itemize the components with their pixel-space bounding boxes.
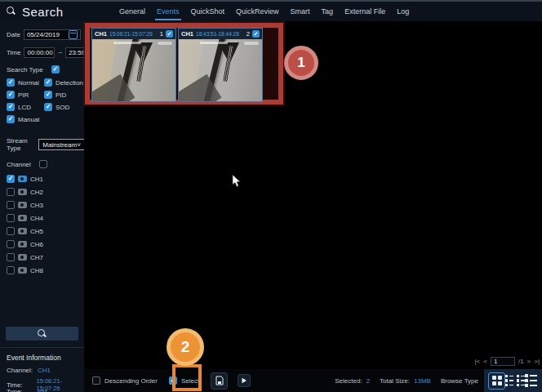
thumb-list-icon: [505, 375, 525, 387]
label-detection: Detection: [56, 79, 83, 87]
search-icon: [7, 7, 17, 17]
annotation-step-2-badge: 2: [167, 328, 204, 366]
checkbox-sod[interactable]: [44, 103, 52, 111]
thumbnail-checkbox[interactable]: [166, 30, 173, 38]
detail-list-view-button[interactable]: [524, 374, 538, 388]
result-thumbnail-2[interactable]: CH1 18:43:51-18:44:28 2: [178, 28, 263, 102]
divider: [0, 347, 84, 348]
page-number-input[interactable]: 1: [491, 357, 515, 366]
checkbox-pid[interactable]: [44, 91, 52, 99]
thumbnail-time: 18:43:51-18:44:28: [196, 31, 244, 37]
footer-bar: Descending Order Select Selected: 2: [84, 369, 542, 392]
label-sod: SOD: [56, 104, 69, 111]
video-preview[interactable]: [179, 39, 262, 101]
last-page-button[interactable]: >|: [534, 358, 540, 365]
camera-icon: [18, 241, 27, 247]
label-ch1: CH1: [30, 176, 43, 183]
label-ch6: CH6: [30, 241, 43, 248]
page-total-label: /1: [518, 358, 524, 365]
date-input[interactable]: 05/24/2019: [24, 29, 81, 40]
time-from-input[interactable]: 00:00:00: [24, 47, 55, 58]
event-type-value: PM: [38, 388, 47, 392]
backup-copy-button[interactable]: [211, 372, 228, 390]
total-size-value: 13MB: [414, 377, 431, 385]
search-type-all-checkbox[interactable]: [51, 65, 60, 74]
page-title: Search: [22, 5, 64, 19]
play-button[interactable]: [238, 374, 251, 387]
checkbox-pir[interactable]: [7, 91, 15, 99]
annotation-orange-box: [172, 364, 202, 391]
tab-events[interactable]: Events: [157, 4, 180, 19]
thumbnail-checkbox[interactable]: [252, 30, 260, 38]
tab-general[interactable]: General: [119, 4, 145, 19]
camera-icon: [18, 215, 27, 221]
checkbox-ch2[interactable]: [7, 188, 15, 196]
next-page-button[interactable]: >: [527, 358, 531, 365]
search-button[interactable]: [6, 327, 78, 341]
tab-tag[interactable]: Tag: [322, 4, 334, 19]
prev-page-button[interactable]: <: [483, 358, 487, 365]
video-logo: [158, 42, 172, 45]
label-lcd: LCD: [18, 104, 31, 111]
thumbnail-index: 2: [247, 30, 250, 38]
camera-icon: [18, 267, 27, 274]
top-bar: Search General Events QuickShot QuickRev…: [0, 0, 542, 21]
grid-view-icon: [492, 376, 502, 385]
copy-file-icon: [215, 376, 224, 385]
event-channel-label: Channel:: [7, 367, 38, 374]
thumbnail-time: 15:06:21-15:07:26: [109, 31, 158, 37]
thumbnail-index: 1: [160, 30, 163, 38]
grid-view-button[interactable]: [488, 372, 505, 390]
tab-quickshot[interactable]: QuickShot: [191, 4, 225, 19]
tab-external-file[interactable]: External File: [344, 4, 385, 19]
camera-icon: [18, 254, 27, 261]
checkbox-detection[interactable]: [44, 78, 52, 87]
stream-type-select[interactable]: Mainstream ˅: [38, 139, 84, 150]
stream-type-label: Stream Type: [7, 137, 32, 152]
channel-all-checkbox[interactable]: [39, 160, 47, 168]
channel-label: Channel: [7, 161, 31, 168]
label-ch8: CH8: [30, 267, 43, 274]
total-size-label: Total Size:: [380, 377, 410, 385]
first-page-button[interactable]: |<: [474, 358, 480, 365]
checkbox-ch5[interactable]: [7, 227, 15, 235]
camera-icon: [18, 202, 27, 208]
selected-label: Selected:: [335, 377, 362, 385]
thumb-list-view-button[interactable]: [508, 374, 522, 388]
checkbox-ch3[interactable]: [7, 201, 15, 209]
result-thumbnail-1[interactable]: CH1 15:06:21-15:07:26 1: [91, 28, 176, 102]
label-pir: PIR: [18, 91, 29, 99]
search-sidebar: Date 05/24/2019 Time 00:00:00 ~ 23:59:59…: [0, 21, 84, 392]
camera-icon: [18, 228, 27, 234]
date-value: 05/24/2019: [27, 31, 60, 38]
calendar-icon[interactable]: [69, 30, 78, 39]
checkbox-lcd[interactable]: [7, 103, 15, 111]
checkbox-ch1[interactable]: [7, 175, 15, 183]
event-info-title: Event Information: [7, 354, 61, 362]
search-type-label: Search Type: [7, 66, 43, 74]
stream-type-value: Mainstream: [42, 141, 77, 149]
checkbox-ch7[interactable]: [7, 253, 15, 261]
checkbox-ch6[interactable]: [7, 240, 15, 248]
descending-order-checkbox[interactable]: [92, 376, 100, 385]
tab-log[interactable]: Log: [397, 4, 409, 19]
annotation-step-1-badge: 1: [284, 46, 318, 80]
selected-value: 2: [367, 377, 370, 385]
tab-bar: General Events QuickShot QuickReview Sma…: [82, 4, 409, 19]
checkbox-manual[interactable]: [7, 115, 15, 123]
video-logo: [244, 42, 259, 45]
time-separator: ~: [58, 49, 62, 56]
detail-list-icon: [525, 374, 537, 387]
label-ch5: CH5: [30, 228, 43, 235]
video-preview[interactable]: [92, 39, 175, 101]
tab-quickreview[interactable]: QuickReview: [236, 4, 279, 19]
label-ch4: CH4: [30, 215, 43, 222]
checkbox-normal[interactable]: [7, 78, 15, 87]
checkbox-ch4[interactable]: [7, 214, 15, 222]
tab-smart[interactable]: Smart: [291, 4, 310, 19]
search-window: Search General Events QuickShot QuickRev…: [0, 0, 542, 392]
checkbox-ch8[interactable]: [7, 266, 15, 274]
thumbnail-channel: CH1: [181, 30, 193, 38]
pagination: |< < 1 /1 > >|: [474, 357, 540, 366]
mouse-cursor: [232, 175, 242, 188]
